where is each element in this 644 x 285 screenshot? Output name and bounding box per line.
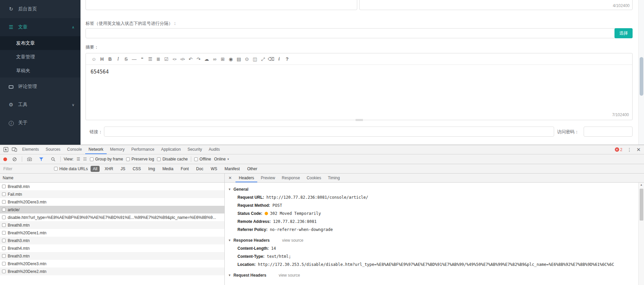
sidebar-item-about[interactable]: 关于 xyxy=(0,114,80,132)
strikethrough-icon[interactable]: S xyxy=(122,53,130,65)
general-section-header[interactable]: ▼ General xyxy=(228,185,635,193)
tags-input[interactable] xyxy=(86,28,633,38)
column-header-name[interactable]: Name xyxy=(0,174,224,183)
filter-type-css[interactable]: CSS xyxy=(130,166,143,172)
access-password-input[interactable] xyxy=(584,127,633,137)
filter-type-manifest[interactable]: Manifest xyxy=(222,166,242,172)
preview-icon[interactable]: ⊙ xyxy=(243,53,251,65)
request-row[interactable]: Breath%20Dere2.mtn xyxy=(0,268,224,275)
detail-tab-cookies[interactable]: Cookies xyxy=(303,174,324,182)
horizontal-rule-icon[interactable]: — xyxy=(130,53,138,65)
title-input[interactable] xyxy=(86,0,357,10)
devtools-close-icon[interactable]: ✕ xyxy=(636,147,641,153)
sidebar-item-tools[interactable]: ⚙ 工具 ∨ xyxy=(0,96,80,114)
emoji-icon[interactable]: ☺ xyxy=(90,53,98,65)
sidebar-item-publish-article[interactable]: 发布文章 xyxy=(0,36,80,50)
bold-icon[interactable]: B xyxy=(106,53,114,65)
request-checkbox[interactable] xyxy=(2,223,6,227)
request-row-selected[interactable]: article/ xyxy=(0,206,224,213)
view-source-link[interactable]: view source xyxy=(279,273,300,278)
code-block-icon[interactable]: </> xyxy=(178,53,186,65)
scroll-up-arrow-icon[interactable]: ▲ xyxy=(639,183,644,186)
filter-type-all[interactable]: All xyxy=(91,166,100,172)
editor-info-icon[interactable]: i xyxy=(275,53,283,65)
tab-memory[interactable]: Memory xyxy=(107,145,128,154)
sidebar-item-home[interactable]: ↻ 后台首页 xyxy=(0,0,80,18)
upload-icon[interactable]: ☁ xyxy=(203,53,211,65)
network-filter-input[interactable] xyxy=(3,166,51,172)
detail-scrollbar[interactable]: ▲ xyxy=(638,183,644,285)
console-error-badge[interactable]: ✕ 2 xyxy=(615,147,623,152)
page-scrollbar-thumb[interactable] xyxy=(640,57,643,96)
throttling-select[interactable]: Online ▾ xyxy=(214,157,229,161)
request-headers-section-header[interactable]: ▼ Request Headers view source xyxy=(228,271,635,279)
request-row[interactable]: Breath8.mtn xyxy=(0,221,224,229)
filter-type-js[interactable]: JS xyxy=(118,166,127,172)
screenshot-camera-icon[interactable] xyxy=(25,155,34,163)
tab-audits[interactable]: Audits xyxy=(205,145,223,154)
filter-type-img[interactable]: Img xyxy=(146,166,157,172)
detail-tab-timing[interactable]: Timing xyxy=(325,174,343,182)
sidebar-item-comments[interactable]: 评论管理 xyxy=(0,78,80,96)
page-scrollbar[interactable] xyxy=(638,0,644,145)
request-row[interactable]: Breath%20Dere1.mtn xyxy=(0,229,224,237)
hide-data-urls-checkbox[interactable]: Hide data URLs xyxy=(54,167,88,171)
quote-icon[interactable]: “ xyxy=(138,53,146,65)
filter-type-ws[interactable]: WS xyxy=(208,166,219,172)
inspect-element-icon[interactable] xyxy=(1,145,10,154)
request-checkbox[interactable] xyxy=(2,270,6,273)
checklist-icon[interactable]: ☑ xyxy=(162,53,170,65)
filter-type-media[interactable]: Media xyxy=(160,166,176,172)
list-ol-icon[interactable]: ≣ xyxy=(154,53,162,65)
offline-checkbox[interactable]: Offline xyxy=(194,157,211,161)
search-icon[interactable] xyxy=(49,155,57,163)
tab-security[interactable]: Security xyxy=(184,145,205,154)
view-small-rows-icon[interactable]: ☰ xyxy=(76,157,80,161)
sidebar-item-manage-articles[interactable]: 文章管理 xyxy=(0,50,80,64)
tab-network[interactable]: Network xyxy=(85,145,107,154)
list-ul-icon[interactable]: ☰ xyxy=(146,53,154,65)
help-icon[interactable]: ? xyxy=(283,53,291,65)
clear-icon[interactable]: ⌫ xyxy=(267,53,275,65)
clear-network-log-icon[interactable] xyxy=(10,155,19,163)
undo-icon[interactable]: ↶ xyxy=(186,53,195,65)
sidebar-item-drafts[interactable]: 草稿夹 xyxy=(0,64,80,78)
italic-icon[interactable]: I xyxy=(114,53,122,65)
editor-resize-handle[interactable] xyxy=(356,119,363,121)
tab-elements[interactable]: Elements xyxy=(19,145,42,154)
request-row[interactable]: disable.htm?url_type=%E8%AE%BF%E9%97%AE%… xyxy=(0,213,224,221)
request-checkbox[interactable] xyxy=(2,216,6,219)
request-checkbox[interactable] xyxy=(2,192,6,196)
tab-console[interactable]: Console xyxy=(64,145,85,154)
pagebreak-icon[interactable]: ▤ xyxy=(235,53,243,65)
request-row[interactable]: Breath3.mtn xyxy=(0,252,224,260)
request-checkbox[interactable] xyxy=(2,239,6,242)
select-tag-button[interactable]: 选择 xyxy=(614,28,633,38)
device-toolbar-icon[interactable] xyxy=(10,145,19,154)
detail-tab-headers[interactable]: Headers xyxy=(235,174,257,182)
request-row[interactable]: Breath%20Dere3.mtn xyxy=(0,198,224,206)
detail-tab-response[interactable]: Response xyxy=(278,174,303,182)
record-icon[interactable] xyxy=(3,157,7,161)
table-icon[interactable]: ⊞ xyxy=(219,53,227,65)
view-source-link[interactable]: view source xyxy=(282,238,303,243)
request-checkbox[interactable] xyxy=(2,231,6,235)
request-checkbox[interactable] xyxy=(2,208,6,211)
detail-tab-preview[interactable]: Preview xyxy=(257,174,278,182)
disable-cache-checkbox[interactable]: Disable cache xyxy=(157,157,187,161)
link-input[interactable] xyxy=(104,127,554,137)
request-row[interactable]: Breath3.mtn xyxy=(0,237,224,244)
inline-code-icon[interactable]: <> xyxy=(170,53,178,65)
detail-close-icon[interactable]: ✕ xyxy=(225,176,235,180)
redo-icon[interactable]: ↷ xyxy=(195,53,203,65)
devtools-menu-icon[interactable]: ⋮ xyxy=(627,147,632,152)
detail-scrollbar-thumb[interactable] xyxy=(640,189,643,221)
group-by-frame-checkbox[interactable]: Group by frame xyxy=(90,157,123,161)
request-checkbox[interactable] xyxy=(2,200,6,204)
request-checkbox[interactable] xyxy=(2,185,6,188)
tab-application[interactable]: Application xyxy=(158,145,184,154)
view-large-rows-icon[interactable]: ☷ xyxy=(83,157,87,161)
sidebar-item-articles[interactable]: ☰ 文章 ∧ xyxy=(0,18,80,36)
response-headers-section-header[interactable]: ▼ Response Headers view source xyxy=(228,236,635,244)
filter-type-other[interactable]: Other xyxy=(245,166,260,172)
